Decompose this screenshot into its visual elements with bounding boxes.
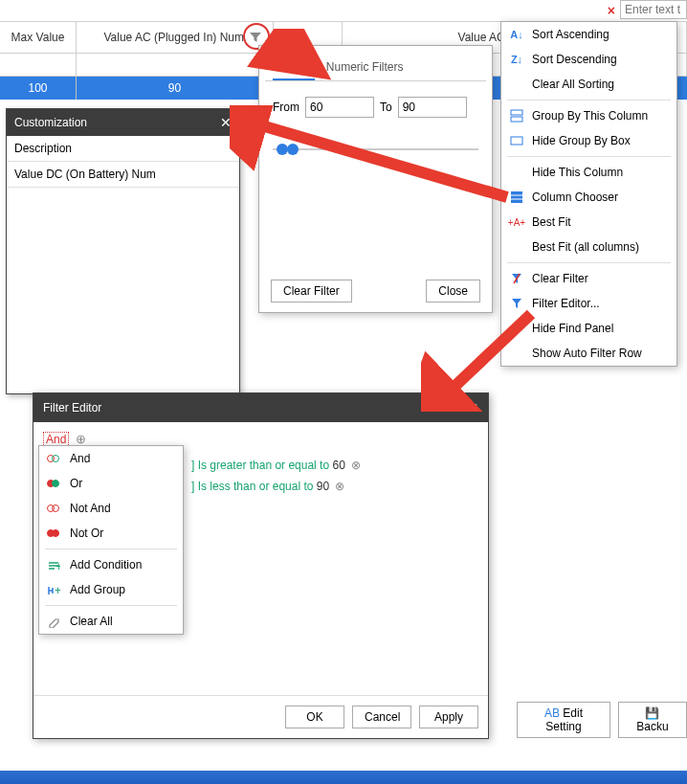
customization-item[interactable]: Value DC (On Battery) Num (7, 162, 239, 188)
group-box-icon (509, 133, 524, 148)
slider-handle-to[interactable] (287, 144, 299, 155)
menu-sort-ascending[interactable]: A↓ Sort Ascending (501, 22, 676, 47)
filter-editor-title: Filter Editor (43, 401, 101, 414)
customization-title: Customization (14, 116, 87, 129)
not-or-icon (47, 528, 62, 538)
menu-add-condition[interactable]: + Add Condition (39, 552, 183, 577)
sort-asc-icon: A↓ (509, 27, 524, 42)
menu-label: Column Chooser (532, 190, 618, 204)
menu-label: Add Condition (70, 558, 142, 571)
menu-hide-group-box[interactable]: Hide Group By Box (501, 128, 676, 153)
filter-editor-header: Filter Editor ✕ (33, 393, 488, 422)
menu-hide-column[interactable]: Hide This Column (501, 160, 676, 185)
condition-value[interactable]: 60 (332, 459, 344, 472)
menu-label: Best Fit (532, 215, 571, 229)
menu-hide-find[interactable]: Hide Find Panel (501, 316, 676, 341)
menu-or[interactable]: Or (39, 471, 183, 496)
header-label: Value AC (Plugged In) Num (103, 31, 244, 44)
svg-rect-2 (511, 137, 522, 145)
cell-max[interactable]: 100 (0, 77, 77, 100)
bottom-toolbar: AB Edit Setting 💾 Backu (517, 692, 687, 748)
backup-button[interactable]: 💾 Backu (618, 702, 687, 738)
condition-value[interactable]: 90 (317, 480, 329, 493)
condition-field-suffix: ] (191, 480, 194, 493)
condition-operator[interactable]: Is less than or equal to (198, 480, 314, 493)
menu-label: Hide Find Panel (532, 322, 613, 335)
save-icon: 💾 (645, 706, 659, 720)
clear-filter-icon (509, 271, 524, 286)
svg-text:+: + (55, 560, 60, 571)
menu-label: And (70, 452, 90, 465)
customization-item[interactable]: Description (7, 136, 239, 162)
menu-sort-descending[interactable]: Z↓ Sort Descending (501, 47, 676, 72)
menu-label: Filter Editor... (532, 297, 600, 310)
svg-rect-3 (511, 191, 522, 203)
menu-label: Hide This Column (532, 166, 623, 179)
filter-condition[interactable]: ] Is greater than or equal to 60 ⊗ (191, 459, 478, 472)
menu-label: Not Or (70, 526, 103, 540)
add-condition-icon: + (47, 560, 62, 570)
menu-show-auto-filter[interactable]: Show Auto Filter Row (501, 341, 676, 366)
cell-vacn[interactable]: 90 (77, 77, 274, 100)
apply-button[interactable]: Apply (419, 706, 478, 728)
header-value-ac-num[interactable]: Value AC (Plugged In) Num (77, 22, 274, 53)
menu-label: Add Group (70, 583, 125, 596)
menu-label: Group By This Column (532, 109, 648, 123)
menu-and[interactable]: And (39, 446, 183, 471)
range-slider[interactable] (273, 141, 478, 158)
menu-not-and[interactable]: Not And (39, 496, 183, 521)
header-max-value[interactable]: Max Value (0, 22, 77, 53)
add-group-icon: + (47, 585, 62, 594)
remove-condition-icon[interactable]: ⊗ (351, 459, 361, 472)
condition-field-suffix: ] (191, 459, 194, 472)
close-icon[interactable]: × (608, 3, 615, 18)
tab-numeric-filters[interactable]: Numeric Filters (322, 57, 408, 80)
edit-setting-button[interactable]: AB Edit Setting (517, 702, 610, 738)
cancel-button[interactable]: Cancel (352, 706, 411, 728)
clear-all-icon (47, 616, 62, 626)
filter-icon[interactable] (248, 30, 263, 45)
tab-values[interactable]: Values (273, 57, 315, 80)
menu-label: Best Fit (all columns) (532, 240, 639, 254)
menu-clear-sorting[interactable]: Clear All Sorting (501, 72, 676, 97)
menu-label: Clear All Sorting (532, 78, 614, 91)
menu-group-by[interactable]: Group By This Column (501, 103, 676, 128)
from-input[interactable] (305, 97, 374, 118)
filter-popup: Values Numeric Filters From To Clear Fil… (258, 45, 493, 313)
close-icon[interactable]: ✕ (220, 115, 232, 130)
condition-operator[interactable]: Is greater than or equal to (198, 459, 329, 472)
menu-best-fit[interactable]: +A+ Best Fit (501, 210, 676, 235)
to-label: To (380, 101, 392, 114)
menu-label: Sort Descending (532, 53, 617, 66)
menu-label: Not And (70, 502, 111, 515)
menu-clear-filter[interactable]: Clear Filter (501, 266, 676, 291)
customization-header: Customization ✕ (7, 109, 239, 136)
close-button[interactable]: Close (426, 280, 480, 302)
menu-label: Sort Ascending (532, 28, 609, 41)
menu-not-or[interactable]: Not Or (39, 521, 183, 546)
add-condition-icon[interactable]: ⊕ (76, 432, 86, 446)
remove-condition-icon[interactable]: ⊗ (335, 480, 344, 493)
menu-column-chooser[interactable]: Column Chooser (501, 185, 676, 210)
from-label: From (273, 101, 299, 114)
ok-button[interactable]: OK (285, 706, 344, 728)
filter-condition[interactable]: ] Is less than or equal to 90 ⊗ (191, 480, 478, 493)
menu-best-fit-all[interactable]: Best Fit (all columns) (501, 235, 676, 259)
menu-label: Show Auto Filter Row (532, 347, 642, 360)
column-chooser-icon (509, 190, 524, 205)
clear-filter-button[interactable]: Clear Filter (271, 280, 352, 302)
svg-rect-0 (511, 110, 522, 115)
to-input[interactable] (398, 97, 467, 118)
menu-filter-editor[interactable]: Filter Editor... (501, 291, 676, 316)
menu-label: Or (70, 477, 82, 490)
group-icon (509, 108, 524, 123)
menu-add-group[interactable]: + Add Group (39, 577, 183, 602)
menu-label: Clear All (70, 615, 113, 628)
menu-clear-all[interactable]: Clear All (39, 609, 183, 634)
close-icon[interactable]: ✕ (469, 401, 478, 414)
search-input[interactable] (620, 0, 687, 19)
operator-menu: And Or Not And Not Or + Add Condition + … (38, 445, 184, 635)
menu-label: Hide Group By Box (532, 134, 631, 147)
filter-editor-icon (509, 296, 524, 311)
or-icon (47, 479, 62, 488)
